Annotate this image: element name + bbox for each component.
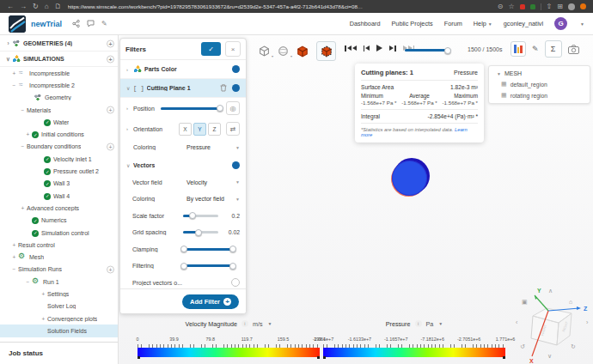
sidebar-item-convergence-plots[interactable]: +Convergence plots [0,312,118,325]
grid-spacing-slider[interactable] [183,231,218,234]
share-icon[interactable] [72,20,80,27]
add-button[interactable]: + [107,143,114,150]
chevron-down-icon[interactable]: ∨ [126,85,133,91]
vector-field-select[interactable]: Velocity▼ [186,179,240,185]
color-gradient-bar[interactable] [138,348,320,357]
extension-icon[interactable] [530,4,535,9]
close-filters-button[interactable]: × [225,41,241,57]
forward-icon[interactable]: → [20,3,27,10]
sidebar-item-solver-log[interactable]: Solver Log [0,300,118,312]
tree-expander-icon[interactable]: + [40,291,47,297]
vectors-row[interactable]: ∨ Vectors [120,156,246,174]
home-icon[interactable]: ⌂ [45,3,49,10]
sidebar-item-settings[interactable]: +Settings [0,288,118,300]
navigation-gizmo[interactable]: FRONT RIGHT Y Z X ∧ ⌂ ▣ ‹ › ↺ ↻ ∨ [514,283,593,364]
filtering-range-slider[interactable] [183,264,234,267]
chevron-down-icon[interactable]: ∨ [126,162,133,168]
tree-expander-icon[interactable]: − [24,279,32,285]
position-slider[interactable] [161,107,220,110]
axis-y-button[interactable]: Y [193,123,206,136]
tree-expander-icon[interactable]: › [4,40,12,46]
add-filter-button[interactable]: Add Filter+ [182,294,239,309]
tree-expander-icon[interactable]: − [19,107,27,113]
step-back-button[interactable] [364,46,370,52]
extensions-puzzle-icon[interactable]: ⊞ [557,3,563,10]
job-status-section[interactable]: Job status [0,342,118,364]
sidebar-item-simulation-control[interactable]: Simulation control [0,227,118,239]
tree-expander-icon[interactable]: + [40,316,47,322]
info-icon[interactable]: i [241,320,248,327]
cutting-plane-result-object[interactable] [392,158,431,197]
address-bar[interactable]: https://www.simscale.com/workbench/?pid=… [68,3,364,9]
add-button[interactable]: + [107,265,114,273]
username[interactable]: gconley_nativl [504,20,543,27]
coloring-select[interactable]: Pressure▼ [186,144,240,150]
tree-expander-icon[interactable]: + [19,205,27,211]
add-button[interactable]: + [107,106,114,114]
axis-z-label[interactable]: Z [584,306,588,312]
axis-z-button[interactable]: Z [208,123,221,136]
sidebar-item-materials[interactable]: −Materials+ [0,104,118,116]
gizmo-rotate-down-icon[interactable]: ∨ [547,353,552,359]
sidebar-item-mesh[interactable]: +Mesh [0,251,118,263]
chevron-down-icon[interactable]: ▼ [580,21,584,27]
sidebar-item-initial-conditions[interactable]: +Initial conditions [0,128,118,140]
sidebar-item-geometry[interactable]: Geometry [0,92,118,104]
chevron-right-icon[interactable]: › [126,106,133,111]
gizmo-iso-view-icon[interactable]: ▣ [522,299,528,305]
sidebar-item-simulation-runs[interactable]: −Simulation Runs+ [0,264,118,276]
help-menu[interactable]: Help▼ [474,20,492,27]
gizmo-roll-ccw-icon[interactable]: ↺ [520,343,525,349]
sidebar-item-boundary-conditions[interactable]: −Boundary conditions+ [0,141,118,153]
project-vectors-toggle[interactable] [231,278,240,287]
filter-cutting-plane[interactable]: ∨ [ ] Cutting Plane 1 [120,79,246,98]
axis-x-button[interactable]: X [179,123,192,136]
edit-pencil-icon[interactable]: ✎ [101,21,107,27]
simscale-logo-icon[interactable] [9,15,26,33]
sidebar-item-simulations[interactable]: ∨SIMULATIONS+ [0,52,118,67]
play-button[interactable] [376,45,382,52]
extension-icon[interactable] [520,4,525,9]
chevron-right-icon[interactable]: › [126,67,133,72]
tree-expander-icon[interactable]: + [10,70,18,76]
flip-orientation-button[interactable]: ⇄ [226,122,240,136]
statistics-sigma-button[interactable]: Σ [545,40,562,58]
mesh-clip-view-button-active[interactable] [316,41,336,61]
gizmo-roll-cw-icon[interactable]: ↻ [571,343,576,349]
scale-factor-slider[interactable] [183,215,218,217]
annotate-pencil-icon[interactable]: ✎ [532,45,539,53]
legend-toggle-button[interactable] [510,41,526,57]
chevron-right-icon[interactable]: › [126,126,133,131]
color-gradient-bar[interactable] [323,348,505,357]
comment-icon[interactable] [87,20,95,27]
axis-x-label[interactable]: X [529,358,534,364]
nav-dashboard[interactable]: Dashboard [350,20,381,27]
mesh-panel-header[interactable]: ▼ MESH [495,70,584,76]
sidebar-item-incompressible[interactable]: +Incompressible [0,67,118,79]
sidebar-item-geometries-4[interactable]: ›GEOMETRIES (4)+ [0,36,118,52]
mesh-region-default-region[interactable]: ▦default_region [495,81,584,88]
page-info-icon[interactable]: 🗋 [55,3,62,10]
cutting-plane-toggle[interactable] [232,84,240,92]
center-position-button[interactable]: ◎ [226,101,240,115]
sidebar-item-result-control[interactable]: +Result control [0,239,118,251]
browser-menu-icon[interactable] [580,3,586,9]
nav-public-projects[interactable]: Public Projects [391,20,432,27]
tree-expander-icon[interactable]: + [10,242,18,248]
back-icon[interactable]: ← [7,3,14,10]
gizmo-rotate-right-icon[interactable]: › [586,319,589,325]
screenshot-camera-icon[interactable] [568,45,579,54]
parts-color-toggle[interactable] [232,65,240,73]
add-button[interactable]: + [107,39,114,47]
mesh-view-icon[interactable] [296,46,309,58]
sidebar-item-incompressible-2[interactable]: −Incompressible 2 [0,79,118,91]
time-slider[interactable] [399,49,457,52]
delete-trash-icon[interactable] [220,84,227,92]
sidebar-item-water[interactable]: Water [0,116,118,128]
filter-parts-color[interactable]: › Parts Color [120,60,246,79]
gizmo-rotate-left-icon[interactable]: ‹ [516,319,518,325]
sidebar-item-wall-3[interactable]: Wall 3 [0,178,118,190]
gizmo-home-icon[interactable]: ⌂ [569,299,572,305]
reload-icon[interactable]: ↻ [33,3,39,10]
sidebar-toggle-icon[interactable]: ⇧ [547,3,553,10]
